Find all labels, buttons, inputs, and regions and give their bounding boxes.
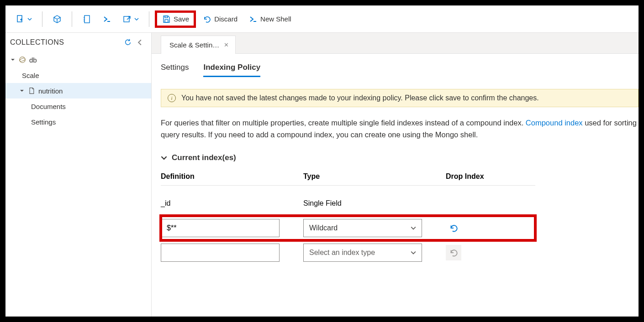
compound-index-link[interactable]: Compound index (526, 119, 583, 127)
save-label: Save (174, 15, 189, 23)
cube-button[interactable] (48, 10, 66, 28)
prompt-icon (248, 15, 258, 24)
tree: db Scale nutrition (5, 50, 151, 130)
drop-index-button[interactable] (446, 220, 461, 236)
description-text: For queries that filter on multiple prop… (161, 117, 639, 140)
document-icon (27, 87, 36, 94)
index-type-select[interactable]: Select an index type (303, 244, 422, 262)
tree-label: nutrition (38, 87, 63, 95)
col-type: Type (303, 172, 431, 181)
undo-icon (202, 15, 211, 24)
chevron-down-icon (27, 17, 32, 21)
main-panel: Scale & Settin… ✕ Settings Indexing Poli… (152, 33, 639, 317)
notebook-icon (82, 15, 91, 24)
tab-label: Scale & Settin… (169, 41, 219, 49)
svg-rect-2 (124, 16, 129, 22)
info-icon: i (168, 94, 176, 102)
index-definition-input[interactable] (161, 244, 280, 262)
svg-rect-4 (165, 16, 168, 18)
index-definition-input[interactable] (161, 219, 280, 237)
refresh-icon (124, 38, 132, 47)
tree-item-scale[interactable]: Scale (5, 68, 151, 83)
index-definition-value: _id (161, 199, 289, 208)
index-type-value: Single Field (303, 199, 431, 208)
select-placeholder: Select an index type (309, 249, 375, 257)
discard-button[interactable]: Discard (198, 10, 242, 28)
new-shell-button[interactable]: New Shell (244, 10, 296, 28)
index-table-header: Definition Type Drop Index (161, 172, 535, 186)
inner-tabs: Settings Indexing Policy (161, 63, 639, 77)
notebook-button[interactable] (78, 10, 96, 28)
chevron-down-icon (134, 17, 139, 21)
tabstrip: Scale & Settin… ✕ (152, 33, 639, 54)
sidebar: COLLECTIONS (5, 33, 152, 317)
undo-icon (449, 223, 459, 233)
tree-item-nutrition[interactable]: nutrition (5, 83, 151, 99)
tree-label: Settings (31, 118, 56, 126)
prompt-icon (102, 15, 111, 24)
index-row: Select an index type (161, 240, 535, 265)
section-title: Current index(es) (172, 153, 236, 162)
svg-rect-1 (84, 16, 90, 23)
index-row: _id Single Field (161, 191, 535, 216)
tree-label: db (29, 56, 37, 64)
close-icon[interactable]: ✕ (224, 42, 229, 48)
chevron-down-icon (10, 57, 16, 62)
tree-label: Documents (31, 103, 66, 110)
inner-tab-settings[interactable]: Settings (161, 63, 189, 77)
unsaved-changes-alert: i You have not saved the latest changes … (161, 89, 639, 107)
col-drop: Drop Index (446, 172, 505, 181)
new-shell-label: New Shell (260, 15, 291, 23)
drop-index-button-disabled (446, 245, 461, 260)
collapse-sidebar-button[interactable] (134, 36, 146, 48)
select-value: Wildcard (309, 224, 338, 232)
chevron-down-icon (161, 155, 167, 161)
current-indexes-header[interactable]: Current index(es) (161, 153, 639, 162)
refresh-button[interactable] (122, 36, 134, 48)
sidebar-header: COLLECTIONS (5, 33, 151, 50)
tab-scale-settings[interactable]: Scale & Settin… ✕ (161, 36, 236, 54)
toolbar: Save Discard New Shell (5, 5, 639, 33)
index-row-highlighted: Wildcard (161, 216, 535, 240)
chevron-down-icon (411, 250, 416, 255)
share-button[interactable] (118, 10, 143, 28)
discard-label: Discard (214, 15, 238, 23)
inner-tab-indexing-policy[interactable]: Indexing Policy (203, 63, 260, 77)
new-item-icon (16, 15, 25, 24)
app-root: Save Discard New Shell COLLECTIONS (5, 5, 639, 317)
toolbar-separator (149, 11, 149, 27)
chevron-left-icon (137, 39, 143, 46)
tree-item-settings[interactable]: Settings (5, 114, 151, 130)
new-button[interactable] (11, 10, 37, 28)
index-type-select[interactable]: Wildcard (303, 219, 422, 237)
workspace: COLLECTIONS (5, 33, 639, 317)
svg-rect-3 (165, 20, 168, 22)
chevron-down-icon (19, 88, 25, 93)
col-definition: Definition (161, 172, 289, 181)
cube-icon (53, 15, 62, 24)
toolbar-separator (72, 11, 72, 27)
save-button[interactable]: Save (155, 10, 196, 28)
tree-item-db[interactable]: db (5, 52, 151, 68)
toolbar-separator (42, 11, 42, 27)
alert-text: You have not saved the latest changes ma… (181, 94, 539, 102)
sidebar-title: COLLECTIONS (10, 38, 122, 47)
share-icon (122, 15, 132, 24)
undo-icon (449, 248, 459, 258)
shell-prompt-button[interactable] (98, 10, 116, 28)
desc-part1: For queries that filter on multiple prop… (161, 119, 526, 127)
save-icon (162, 15, 171, 24)
tree-label: Scale (22, 72, 39, 79)
content-area: Settings Indexing Policy i You have not … (152, 54, 639, 317)
chevron-down-icon (411, 225, 416, 231)
tree-item-documents[interactable]: Documents (5, 99, 151, 114)
database-icon (18, 56, 26, 64)
